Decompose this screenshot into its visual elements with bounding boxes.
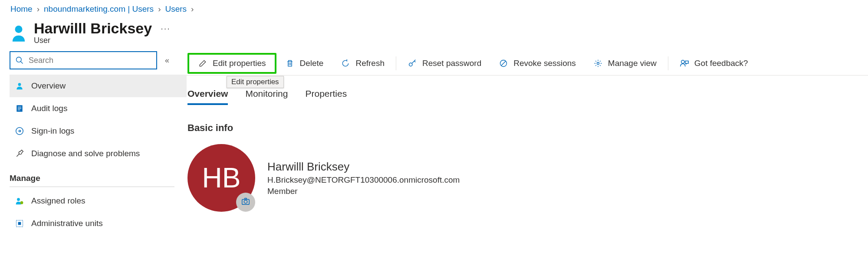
key-icon [408,59,417,68]
sidebar-item-diagnose[interactable]: Diagnose and solve problems [10,142,187,165]
tab-bar: Overview Monitoring Properties [187,75,868,105]
camera-icon [241,197,250,208]
change-photo-button[interactable] [236,193,255,212]
chevron-right-icon: › [37,4,39,14]
tooltip-edit-properties: Edit properties [227,76,284,88]
sidebar-item-label: Assigned roles [31,196,85,206]
toolbar-divider [396,56,396,70]
toolbar: Edit properties Delete Refresh Reset pas [187,51,868,75]
button-label: Refresh [355,59,385,68]
svg-point-16 [597,62,599,64]
refresh-icon [341,59,350,68]
svg-point-3 [18,83,21,86]
user-role: Member [267,187,460,196]
revoke-sessions-button[interactable]: Revoke sessions [490,55,585,72]
delete-button[interactable]: Delete [276,55,332,72]
toolbar-divider [668,56,668,70]
breadcrumb-link-directory-users[interactable]: nboundmarketing.com | Users [44,4,154,14]
sidebar: « Overview Audit logs Sign-in logs [0,51,187,235]
sidebar-item-audit-logs[interactable]: Audit logs [10,97,187,120]
user-icon [10,23,27,42]
sidebar-item-signin-logs[interactable]: Sign-in logs [10,120,187,142]
sidebar-item-assigned-roles[interactable]: Assigned roles [10,190,187,212]
basic-info-block: HB Harwilll Bricksey H.Bricksey@NETORGFT… [187,144,868,212]
svg-point-10 [20,201,23,204]
section-basic-info-title: Basic info [187,122,868,134]
button-label: Delete [300,59,324,68]
sidebar-item-admin-units[interactable]: Administrative units [10,212,187,235]
sidebar-item-overview[interactable]: Overview [10,75,187,97]
breadcrumb-link-home[interactable]: Home [10,4,33,14]
tab-properties[interactable]: Properties [305,89,347,105]
edit-properties-button[interactable]: Edit properties [187,53,276,74]
tab-overview[interactable]: Overview [187,89,228,105]
admin-units-icon [15,219,24,228]
search-input[interactable] [29,56,152,65]
reset-password-button[interactable]: Reset password [399,55,490,72]
breadcrumb: Home › nboundmarketing.com | Users › Use… [0,0,868,16]
sidebar-item-label: Overview [31,81,66,91]
svg-line-2 [21,62,23,64]
user-email: H.Bricksey@NETORGFT10300006.onmicrosoft.… [267,175,460,185]
svg-rect-12 [18,222,21,225]
refresh-button[interactable]: Refresh [332,55,393,72]
sidebar-item-label: Sign-in logs [31,126,74,136]
sidebar-item-label: Administrative units [31,219,103,228]
user-display-name: Harwilll Bricksey [267,160,460,174]
gear-icon [593,59,603,68]
button-label: Got feedback? [694,59,748,68]
collapse-sidebar-button[interactable]: « [165,56,169,65]
page-header: Harwilll Bricksey ··· User [0,16,868,51]
svg-line-15 [501,61,506,66]
sidebar-item-label: Audit logs [31,104,67,113]
chevron-right-icon: › [191,4,194,14]
button-label: Reset password [422,59,481,68]
svg-point-19 [244,200,247,203]
feedback-icon [680,59,689,68]
svg-point-9 [17,198,20,201]
main-content: Edit properties Delete Refresh Reset pas [187,51,868,212]
wrench-icon [15,149,24,158]
user-icon [15,81,24,91]
more-actions-button[interactable]: ··· [161,23,171,33]
breadcrumb-link-users[interactable]: Users [165,4,187,14]
avatar-wrap: HB [187,144,255,212]
svg-point-0 [15,26,23,33]
search-icon [15,56,24,65]
manage-view-button[interactable]: Manage view [585,55,665,72]
pencil-icon [198,59,207,68]
sidebar-section-manage: Manage [10,167,174,187]
tab-monitoring[interactable]: Monitoring [245,89,288,105]
chevron-right-icon: › [158,4,161,14]
sidebar-item-label: Diagnose and solve problems [31,149,140,158]
button-label: Manage view [608,59,657,68]
button-label: Edit properties [213,59,266,68]
svg-point-17 [681,60,684,63]
page-subtitle: User [34,36,171,45]
user-role-icon [15,196,24,206]
block-icon [499,59,508,68]
svg-point-13 [409,63,412,66]
search-box[interactable] [10,51,157,69]
log-icon [15,104,24,113]
feedback-button[interactable]: Got feedback? [671,55,757,72]
trash-icon [285,59,295,68]
svg-point-1 [16,57,22,62]
page-title: Harwilll Bricksey [34,20,152,37]
signin-icon [15,126,24,136]
button-label: Revoke sessions [513,59,576,68]
